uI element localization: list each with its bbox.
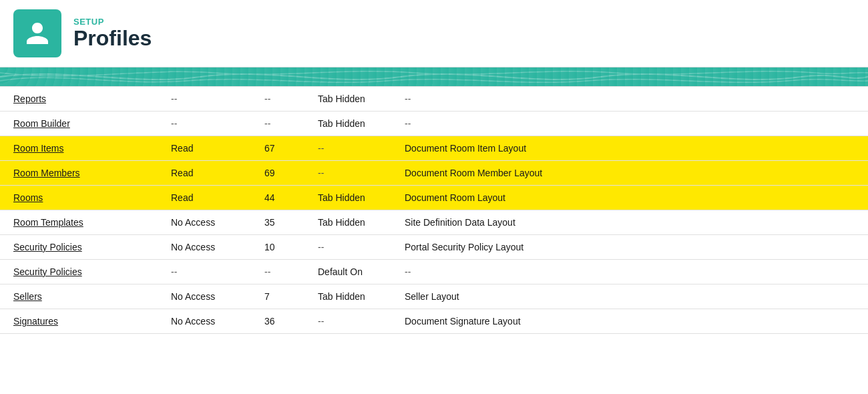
row-layout-cell: Document Room Member Layout bbox=[394, 161, 868, 186]
table-row: Room MembersRead69--Document Room Member… bbox=[0, 161, 868, 186]
person-icon bbox=[24, 20, 51, 47]
wave-pattern bbox=[0, 67, 868, 86]
row-name-cell: Room Builder bbox=[0, 112, 160, 136]
row-status-cell: Default On bbox=[307, 260, 394, 284]
row-status-cell: -- bbox=[307, 235, 394, 260]
table-row: RoomsRead44Tab HiddenDocument Room Layou… bbox=[0, 186, 868, 210]
row-name-link[interactable]: Reports bbox=[13, 93, 46, 104]
row-status-cell: -- bbox=[307, 309, 394, 334]
row-name-link[interactable]: Room Members bbox=[13, 168, 80, 178]
table-row: SellersNo Access7Tab HiddenSeller Layout bbox=[0, 284, 868, 309]
row-name-cell: Room Templates bbox=[0, 210, 160, 235]
row-number-cell: 69 bbox=[254, 161, 307, 186]
row-name-link[interactable]: Room Builder bbox=[13, 118, 70, 129]
row-access-cell: -- bbox=[160, 112, 254, 136]
row-status-cell: Tab Hidden bbox=[307, 112, 394, 136]
row-layout-cell: Document Signature Layout bbox=[394, 309, 868, 334]
row-access-cell: No Access bbox=[160, 235, 254, 260]
row-layout-cell: Site Definition Data Layout bbox=[394, 210, 868, 235]
row-name-link[interactable]: Rooms bbox=[13, 192, 43, 203]
row-name-link[interactable]: Room Items bbox=[13, 143, 63, 154]
page-title: Profiles bbox=[73, 27, 152, 50]
row-status-cell: Tab Hidden bbox=[307, 210, 394, 235]
row-number-cell: 7 bbox=[254, 284, 307, 309]
teal-decorative-band bbox=[0, 67, 868, 86]
table-row: Room ItemsRead67--Document Room Item Lay… bbox=[0, 136, 868, 161]
row-name-link[interactable]: Security Policies bbox=[13, 242, 82, 252]
row-name-link[interactable]: Signatures bbox=[13, 316, 58, 327]
row-number-cell: 44 bbox=[254, 186, 307, 210]
row-access-cell: No Access bbox=[160, 210, 254, 235]
row-name-cell: Room Items bbox=[0, 136, 160, 161]
row-layout-cell: -- bbox=[394, 87, 868, 112]
row-status-cell: Tab Hidden bbox=[307, 284, 394, 309]
row-name-cell: Reports bbox=[0, 87, 160, 112]
row-status-cell: -- bbox=[307, 136, 394, 161]
setup-label: SETUP bbox=[73, 17, 152, 27]
row-number-cell: 10 bbox=[254, 235, 307, 260]
row-layout-cell: Portal Security Policy Layout bbox=[394, 235, 868, 260]
row-name-cell: Signatures bbox=[0, 309, 160, 334]
table-row: Security PoliciesNo Access10--Portal Sec… bbox=[0, 235, 868, 260]
row-layout-cell: Seller Layout bbox=[394, 284, 868, 309]
page-header: SETUP Profiles bbox=[0, 0, 868, 67]
row-access-cell: No Access bbox=[160, 284, 254, 309]
row-number-cell: 36 bbox=[254, 309, 307, 334]
row-layout-cell: Document Room Layout bbox=[394, 186, 868, 210]
row-name-cell: Room Members bbox=[0, 161, 160, 186]
row-layout-cell: -- bbox=[394, 112, 868, 136]
table-row: Security Policies----Default On-- bbox=[0, 260, 868, 284]
row-layout-cell: -- bbox=[394, 260, 868, 284]
row-name-cell: Security Policies bbox=[0, 235, 160, 260]
row-number-cell: 67 bbox=[254, 136, 307, 161]
profiles-table: Reports----Tab Hidden--Room Builder----T… bbox=[0, 86, 868, 334]
row-access-cell: -- bbox=[160, 87, 254, 112]
header-text-container: SETUP Profiles bbox=[73, 17, 152, 50]
row-access-cell: Read bbox=[160, 186, 254, 210]
row-access-cell: Read bbox=[160, 161, 254, 186]
row-name-link[interactable]: Sellers bbox=[13, 291, 42, 302]
table-row: Room TemplatesNo Access35Tab HiddenSite … bbox=[0, 210, 868, 235]
row-name-cell: Security Policies bbox=[0, 260, 160, 284]
row-number-cell: -- bbox=[254, 87, 307, 112]
table-row: Reports----Tab Hidden-- bbox=[0, 87, 868, 112]
row-number-cell: -- bbox=[254, 260, 307, 284]
row-access-cell: No Access bbox=[160, 309, 254, 334]
row-name-link[interactable]: Security Policies bbox=[13, 266, 82, 277]
table-row: SignaturesNo Access36--Document Signatur… bbox=[0, 309, 868, 334]
row-number-cell: 35 bbox=[254, 210, 307, 235]
row-name-cell: Rooms bbox=[0, 186, 160, 210]
header-icon-container bbox=[13, 9, 61, 57]
table-container: Reports----Tab Hidden--Room Builder----T… bbox=[0, 86, 868, 394]
table-row: Room Builder----Tab Hidden-- bbox=[0, 112, 868, 136]
row-status-cell: Tab Hidden bbox=[307, 87, 394, 112]
row-access-cell: -- bbox=[160, 260, 254, 284]
row-number-cell: -- bbox=[254, 112, 307, 136]
row-layout-cell: Document Room Item Layout bbox=[394, 136, 868, 161]
row-name-link[interactable]: Room Templates bbox=[13, 217, 83, 228]
row-status-cell: -- bbox=[307, 161, 394, 186]
row-status-cell: Tab Hidden bbox=[307, 186, 394, 210]
row-access-cell: Read bbox=[160, 136, 254, 161]
row-name-cell: Sellers bbox=[0, 284, 160, 309]
